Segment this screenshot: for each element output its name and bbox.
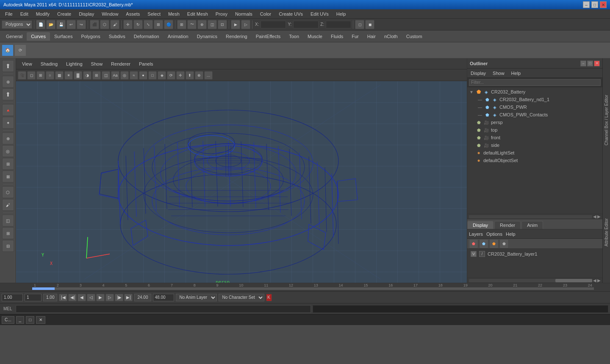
step-fwd-btn[interactable]: ▷ xyxy=(105,294,114,301)
menu-modify[interactable]: Modify xyxy=(33,11,53,17)
shelf-tab-animation[interactable]: Animation xyxy=(164,32,193,41)
menu-create[interactable]: Create xyxy=(54,11,75,17)
menu-color[interactable]: Color xyxy=(257,11,274,17)
maximize-button[interactable]: □ xyxy=(591,1,598,8)
prev-key-btn[interactable]: ◀| xyxy=(68,294,77,301)
play-fwd-btn[interactable]: ▶ xyxy=(96,294,105,301)
scale-tool-btn[interactable]: ⤡ xyxy=(144,20,153,29)
vp-more-btn[interactable]: … xyxy=(204,71,213,80)
attribute-editor-label[interactable]: Attribute Editor xyxy=(603,215,610,250)
snap-curve-btn[interactable]: 〜 xyxy=(187,20,197,29)
view-menu[interactable]: View xyxy=(19,61,35,67)
next-key-btn[interactable]: |▶ xyxy=(115,294,123,301)
shelf-tab-fur[interactable]: Fur xyxy=(347,32,363,41)
vp-select-camera-btn[interactable]: 🎥 xyxy=(18,71,26,80)
shelf-tab-deformation[interactable]: Deformation xyxy=(130,32,164,41)
delete-layer-btn[interactable]: ⬟ xyxy=(489,239,499,248)
shelf-icon-1[interactable]: ⟳ xyxy=(14,44,26,56)
step-back-btn[interactable]: ◀ xyxy=(78,294,86,301)
snap-live-btn[interactable]: ⊡ xyxy=(218,20,227,29)
vp-shading-btn[interactable]: ◻ xyxy=(27,71,36,80)
z-input[interactable] xyxy=(326,21,351,28)
tree-item-persp[interactable]: ⬟ 🎥 persp xyxy=(467,119,602,126)
paint-select-btn[interactable]: ✦ xyxy=(2,117,14,129)
select-tool-btn[interactable]: ⬛ xyxy=(90,20,99,29)
vp-sao-btn[interactable]: ● xyxy=(139,71,147,80)
layer-options-btn[interactable]: ⬟ xyxy=(479,239,488,248)
redo-btn[interactable]: ↪ xyxy=(77,20,86,29)
vp-textured-btn[interactable]: ▦ xyxy=(55,71,64,80)
layer-tab-anim[interactable]: Anim xyxy=(521,221,543,229)
layers-menu[interactable]: Layers xyxy=(469,232,483,237)
menu-normals[interactable]: Normals xyxy=(232,11,256,17)
shelf-tab-curves[interactable]: Curves xyxy=(27,32,50,41)
tree-item-top[interactable]: ⬟ 🎥 top xyxy=(467,126,602,134)
shelf-tab-rendering[interactable]: Rendering xyxy=(222,32,252,41)
snap-point-btn[interactable]: ⊕ xyxy=(197,20,207,29)
vp-select-btn[interactable]: ⬆ xyxy=(186,71,194,80)
shelf-tab-hair[interactable]: Hair xyxy=(363,32,380,41)
show-menu[interactable]: Show xyxy=(89,61,105,67)
vp-motion-blur-btn[interactable]: ≈ xyxy=(130,71,138,80)
ipr-render-btn[interactable]: ▷ xyxy=(241,20,250,29)
component-mode-btn[interactable]: ⊛ xyxy=(2,76,14,88)
outliner-scrollbar[interactable]: ◀ ▶ xyxy=(467,214,602,219)
open-scene-btn[interactable]: 📂 xyxy=(46,20,55,29)
vp-hud-btn[interactable]: ◫ xyxy=(102,71,110,80)
soft-select-btn[interactable]: ⬡ xyxy=(2,186,14,198)
outliner-scroll-right[interactable]: ▶ xyxy=(597,214,601,219)
vp-display-btn[interactable]: □ xyxy=(148,71,157,80)
vp-ambient-btn[interactable]: ◑ xyxy=(83,71,92,80)
tree-item-front[interactable]: ⬟ 🎥 front xyxy=(467,134,602,141)
rotate-tool-btn[interactable]: ↻ xyxy=(133,20,143,29)
save-scene-btn[interactable]: 💾 xyxy=(56,20,66,29)
artisan-btn[interactable]: 🖌 xyxy=(2,199,14,211)
vp-shadow-btn[interactable]: ▓ xyxy=(74,71,82,80)
layer-scroll-left[interactable]: ◀ xyxy=(593,278,596,283)
menu-file[interactable]: File xyxy=(2,11,16,17)
menu-edit[interactable]: Edit xyxy=(17,11,32,17)
scale-lt-btn[interactable]: ⊞ xyxy=(2,158,14,170)
y-input[interactable] xyxy=(293,21,319,28)
move-lt-btn[interactable]: ⊕ xyxy=(2,132,14,144)
vertex-mode-btn[interactable]: ⬆ xyxy=(2,88,14,100)
shelf-tab-ncloth[interactable]: nCloth xyxy=(380,32,402,41)
lasso-tool-btn[interactable]: ⬡ xyxy=(100,20,109,29)
char-set-select[interactable]: No Character Set xyxy=(219,294,264,301)
close-button[interactable]: ✕ xyxy=(600,1,607,8)
move-tool-btn[interactable]: ✛ xyxy=(123,20,133,29)
goto-end-btn[interactable]: ▶| xyxy=(124,294,133,301)
panels-menu[interactable]: Panels xyxy=(136,61,156,67)
layer-scroll-right[interactable]: ▶ xyxy=(597,278,601,283)
vp-grid-btn[interactable]: ⊞ xyxy=(92,71,101,80)
renderer-menu[interactable]: Renderer xyxy=(108,61,133,67)
snap-view-btn[interactable]: ◫ xyxy=(208,20,217,29)
menu-display[interactable]: Display xyxy=(75,11,97,17)
shelf-tab-muscle[interactable]: Muscle xyxy=(303,32,327,41)
paint-tool-btn[interactable]: 🖌 xyxy=(110,20,119,29)
play-back-btn[interactable]: ◁ xyxy=(87,294,95,301)
goto-start-btn[interactable]: |◀ xyxy=(59,294,67,301)
transform-lt-btn[interactable]: ⊠ xyxy=(2,171,14,182)
show-last-btn[interactable]: ◼ xyxy=(365,20,374,29)
tree-item-nd1-1[interactable]: — ⬟ ◈ CR2032_Battery_nd1_1 xyxy=(467,96,602,103)
shelf-tab-fluids[interactable]: Fluids xyxy=(327,32,347,41)
shelf-home-icon[interactable]: 🏠 xyxy=(2,44,14,56)
tree-item-side[interactable]: ⬟ 🎥 side xyxy=(467,141,602,149)
select-mode-btn[interactable]: ⬆ xyxy=(2,60,14,72)
quick-layout-btn[interactable]: ⊞ xyxy=(2,227,14,239)
soft-mod-btn[interactable]: 🔵 xyxy=(164,20,173,29)
menu-select[interactable]: Select xyxy=(144,11,164,17)
ruler-track[interactable]: 1 2 3 4 5 6 7 8 9 10 11 12 13 14 15 16 1… xyxy=(32,283,594,291)
render-btn[interactable]: ▶ xyxy=(231,20,240,29)
menu-create-uvs[interactable]: Create UVs xyxy=(275,11,306,17)
vp-snap-btn[interactable]: ⊕ xyxy=(195,71,203,80)
menu-assets[interactable]: Assets xyxy=(122,11,143,17)
menu-help[interactable]: Help xyxy=(333,11,349,17)
outliner-minimize-btn[interactable]: – xyxy=(580,61,586,66)
tree-item-cmos-contacts[interactable]: — ⬟ ◈ CMOS_PWR_Contacts xyxy=(467,111,602,119)
universal-manip-btn[interactable]: ⊞ xyxy=(154,20,163,29)
shelf-tab-toon[interactable]: Toon xyxy=(285,32,303,41)
channel-box-label[interactable]: Channel Box / Layer Editor xyxy=(603,91,610,149)
vp-sync-btn[interactable]: ⟳ xyxy=(167,71,175,80)
